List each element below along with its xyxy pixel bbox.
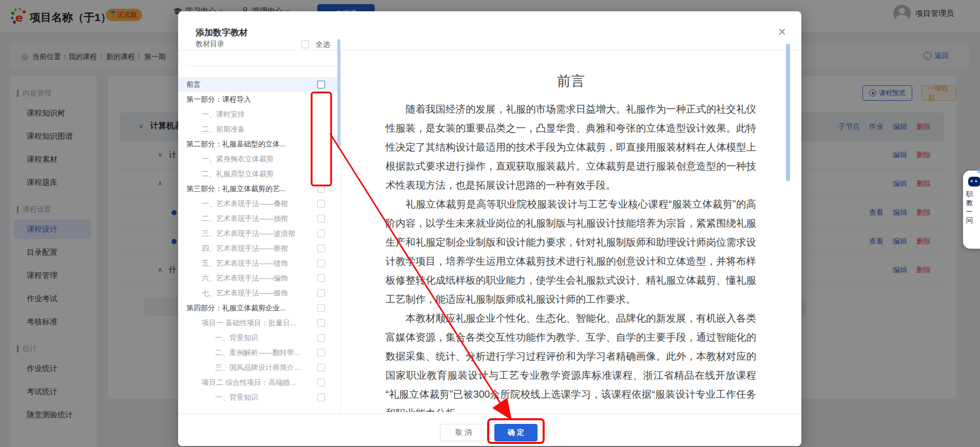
toc-tree-item[interactable]: 二、案例解析——翻转带...: [178, 345, 340, 360]
checkbox-unchecked[interactable]: [317, 364, 325, 371]
toc-item-label: 二、艺术表现手法——抽褶: [202, 211, 314, 226]
checkbox-unchecked[interactable]: [317, 81, 325, 88]
toc-tree-item[interactable]: 六、艺术表现手法——编饰: [178, 271, 340, 286]
select-all-label: 全选: [316, 40, 330, 49]
toc-tree-item[interactable]: 一、艺术表现手法——叠褶: [178, 196, 340, 211]
checkbox-unchecked[interactable]: [317, 274, 325, 282]
toc-item-label: 二、礼服原型立体裁剪: [202, 166, 314, 181]
toc-tree-item[interactable]: 二、礼服原型立体裁剪: [178, 166, 340, 181]
checkbox-unchecked[interactable]: [317, 304, 325, 312]
toc-item-label: 二、前期准备: [202, 122, 314, 137]
checkbox-unchecked[interactable]: [317, 200, 325, 208]
toc-tree-item[interactable]: 一、背景知识: [178, 390, 340, 405]
toc-item-label: 前言: [186, 77, 314, 92]
dialog-title: 添加数字教材: [196, 27, 248, 39]
document-title: 前言: [386, 72, 756, 90]
toc-tree-item[interactable]: 四、艺术表现手法——垂褶: [178, 241, 340, 256]
toc-item-label: 第一部分：课程导入: [186, 92, 314, 107]
toc-item-label: 项目一 基础性项目：批量日...: [202, 315, 314, 330]
toc-tree-item[interactable]: 一、课时安排: [178, 107, 340, 122]
assistant-label-char: 教: [966, 198, 980, 207]
checkbox-unchecked[interactable]: [317, 259, 325, 267]
toc-item-label: 第四部分：礼服立体裁剪企业...: [186, 301, 314, 315]
assistant-label-char: 问: [966, 216, 980, 225]
toc-item-label: 三、国风品牌设计师简介...: [215, 360, 314, 375]
toc-tree-item[interactable]: 二、前期准备: [178, 122, 340, 137]
toc-item-label: 第二部分：礼服基础型的立体...: [186, 137, 314, 152]
cancel-button[interactable]: 取 消: [440, 424, 487, 441]
checkbox-unchecked[interactable]: [317, 245, 325, 252]
document-paragraph: 本教材顺应礼服企业个性化、生态化、智能化、品牌化的新发展，有机嵌入各类富媒体资源…: [386, 309, 756, 412]
textbook-toc-tree: 前言第一部分：课程导入一、课时安排二、前期准备第二部分：礼服基础型的立体...一…: [178, 77, 340, 405]
assistant-label-char: 职: [966, 190, 980, 198]
toc-tree-item[interactable]: 三、国风品牌设计师简介...: [178, 360, 340, 375]
checkbox-unchecked[interactable]: [317, 349, 325, 357]
divider: [178, 50, 801, 50]
checkbox-unchecked[interactable]: [317, 215, 325, 222]
toc-item-label: 五、艺术表现手法——缝饰: [202, 256, 314, 271]
checkbox-unchecked[interactable]: [317, 289, 325, 297]
toc-item-label: 项目二 综合性项目：高端婚...: [202, 375, 314, 390]
divider: [340, 50, 341, 425]
document-paragraph: 随着我国经济的发展，礼服的市场需求日益增大。礼服作为一种正式的社交礼仪性服装，是…: [386, 100, 756, 195]
toc-item-label: 三、艺术表现手法——波浪褶: [202, 226, 314, 241]
checkbox-unchecked[interactable]: [317, 394, 325, 401]
checkbox-unchecked[interactable]: [317, 334, 325, 342]
toc-tree-item[interactable]: 项目二 综合性项目：高端婚...: [178, 375, 340, 390]
document-paragraph: 礼服立体裁剪是高等职业院校服装设计与工艺专业核心课程“服装立体裁剪”的高阶内容，…: [386, 195, 756, 309]
toc-item-label: 一、紧身胸衣立体裁剪: [202, 152, 314, 166]
toc-header: 教材目录: [196, 40, 224, 49]
dialog-footer: 取 消 确 定: [178, 414, 801, 446]
document-body: 随着我国经济的发展，礼服的市场需求日益增大。礼服作为一种正式的社交礼仪性服装，是…: [386, 100, 756, 412]
add-digital-textbook-dialog: 添加数字教材 ✕ 教材目录 全选 前言第一部分：课程导入一、课时安排二、前期准备…: [178, 11, 801, 446]
toc-tree-item[interactable]: 第二部分：礼服基础型的立体...: [178, 137, 340, 152]
toc-tree-item[interactable]: 一、紧身胸衣立体裁剪: [178, 152, 340, 166]
toc-item-label: 七、艺术表现手法——缀饰: [202, 286, 314, 301]
toc-tree-item[interactable]: 一、背景知识: [178, 330, 340, 345]
toc-tree-item[interactable]: 第四部分：礼服立体裁剪企业...: [178, 301, 340, 315]
toc-tree-item[interactable]: 二、艺术表现手法——抽褶: [178, 211, 340, 226]
document-scrollbar[interactable]: [786, 44, 790, 181]
toc-item-label: 第三部分：礼服立体裁剪的艺...: [186, 181, 314, 196]
confirm-button[interactable]: 确 定: [494, 424, 537, 441]
select-all-checkbox[interactable]: [301, 41, 309, 48]
toc-item-label: 二、案例解析——翻转带...: [215, 345, 314, 360]
toc-tree-item[interactable]: 三、艺术表现手法——波浪褶: [178, 226, 340, 241]
toc-tree-item[interactable]: 项目一 基础性项目：批量日...: [178, 315, 340, 330]
toc-item-label: 四、艺术表现手法——垂褶: [202, 241, 314, 256]
toc-tree-item[interactable]: 第三部分：礼服立体裁剪的艺...: [178, 181, 340, 196]
assistant-label-char: 一: [966, 207, 980, 216]
checkbox-unchecked[interactable]: [317, 319, 325, 327]
toc-item-label: 一、背景知识: [215, 390, 314, 405]
toc-tree-item[interactable]: 七、艺术表现手法——缀饰: [178, 286, 340, 301]
toc-item-label: 一、艺术表现手法——叠褶: [202, 196, 314, 211]
assistant-label: 职教一问: [963, 190, 980, 225]
toc-item-label: 六、艺术表现手法——编饰: [202, 271, 314, 286]
toc-tree-item[interactable]: 五、艺术表现手法——缝饰: [178, 256, 340, 271]
assistant-widget[interactable]: ❆ 职教一问: [963, 171, 980, 249]
checkbox-unchecked[interactable]: [317, 230, 325, 237]
checkbox-unchecked[interactable]: [317, 379, 325, 386]
divider: [187, 66, 340, 66]
robot-icon: [968, 177, 980, 187]
snowflake-icon: ❆: [976, 167, 980, 175]
toc-item-label: 一、背景知识: [215, 330, 314, 345]
toc-tree-item[interactable]: 前言: [178, 77, 340, 92]
toc-tree-item[interactable]: 第一部分：课程导入: [178, 92, 340, 107]
checkbox-unchecked[interactable]: [317, 185, 325, 193]
close-icon[interactable]: ✕: [778, 27, 786, 37]
toc-item-label: 一、课时安排: [202, 107, 314, 122]
